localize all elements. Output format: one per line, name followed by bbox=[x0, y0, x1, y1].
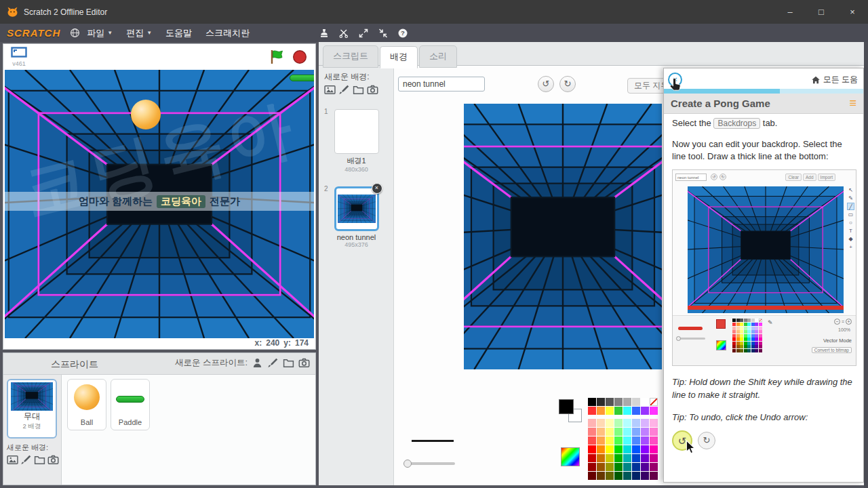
camera-sprite-icon[interactable] bbox=[298, 357, 310, 369]
palette-color[interactable] bbox=[632, 445, 640, 453]
palette-color[interactable] bbox=[650, 428, 658, 436]
palette-color[interactable] bbox=[597, 419, 605, 427]
stop-button[interactable] bbox=[292, 49, 307, 64]
palette-color[interactable] bbox=[623, 454, 631, 462]
minimize-button[interactable]: – bbox=[774, 0, 806, 24]
foreground-color-swatch[interactable] bbox=[559, 399, 574, 414]
paint-backdrop-icon[interactable] bbox=[338, 84, 350, 96]
palette-color[interactable] bbox=[588, 463, 596, 471]
upload-backdrop-icon[interactable] bbox=[353, 84, 364, 96]
palette-color[interactable] bbox=[650, 445, 658, 453]
menu-help[interactable]: 도움말 bbox=[159, 24, 199, 42]
backdrop-thumbnail[interactable]: × bbox=[334, 186, 379, 231]
palette-color[interactable] bbox=[623, 407, 631, 415]
paddle-sprite[interactable] bbox=[290, 75, 314, 81]
ball-sprite[interactable] bbox=[131, 100, 161, 129]
palette-color[interactable] bbox=[597, 454, 605, 462]
delete-backdrop-badge[interactable]: × bbox=[372, 183, 382, 194]
palette-color[interactable] bbox=[606, 445, 614, 453]
palette-color[interactable] bbox=[606, 472, 614, 480]
palette-color[interactable] bbox=[588, 428, 596, 436]
palette-color[interactable] bbox=[597, 463, 605, 471]
redo-button[interactable]: ↻ bbox=[559, 76, 576, 92]
palette-color[interactable] bbox=[606, 463, 614, 471]
palette-color[interactable] bbox=[588, 436, 596, 445]
palette-color[interactable] bbox=[606, 419, 614, 427]
camera-backdrop-icon[interactable] bbox=[367, 84, 378, 96]
palette-color[interactable] bbox=[597, 428, 605, 436]
palette-color[interactable] bbox=[606, 436, 614, 445]
palette-color[interactable] bbox=[632, 419, 640, 427]
palette-color[interactable] bbox=[597, 407, 605, 415]
tips-menu-icon[interactable]: ≡ bbox=[849, 96, 856, 110]
paint-backdrop-icon[interactable] bbox=[20, 454, 32, 466]
palette-color[interactable] bbox=[632, 472, 640, 480]
menu-file[interactable]: 파일▼ bbox=[80, 24, 119, 42]
palette-color[interactable] bbox=[588, 445, 596, 453]
new-sprite-library-icon[interactable] bbox=[252, 357, 263, 369]
palette-color[interactable] bbox=[650, 463, 658, 471]
palette-color[interactable] bbox=[641, 436, 649, 445]
palette-color[interactable] bbox=[632, 436, 640, 445]
transparent-swatch[interactable] bbox=[650, 398, 658, 406]
line-width-slider[interactable] bbox=[405, 462, 455, 465]
paint-canvas[interactable] bbox=[464, 104, 662, 369]
backdrop-item[interactable]: 1 배경1 480x360 bbox=[319, 109, 394, 173]
palette-color[interactable] bbox=[623, 445, 631, 453]
palette-color[interactable] bbox=[623, 436, 631, 445]
palette-color[interactable] bbox=[614, 454, 623, 462]
palette-color[interactable] bbox=[588, 454, 596, 462]
palette-color[interactable] bbox=[597, 398, 605, 406]
palette-color[interactable] bbox=[614, 472, 623, 480]
palette-color[interactable] bbox=[614, 407, 623, 415]
block-help-icon[interactable] bbox=[396, 26, 410, 40]
upload-backdrop-icon[interactable] bbox=[34, 454, 45, 466]
tab-scripts[interactable]: 스크립트 bbox=[323, 45, 378, 68]
palette-color[interactable] bbox=[588, 419, 596, 427]
palette-color[interactable] bbox=[632, 428, 640, 436]
palette-color[interactable] bbox=[623, 419, 631, 427]
delete-icon[interactable] bbox=[337, 26, 351, 40]
palette-color[interactable] bbox=[650, 436, 658, 445]
backdrop-library-icon[interactable] bbox=[324, 84, 336, 96]
backdrop-library-icon[interactable] bbox=[7, 454, 18, 466]
palette-color[interactable] bbox=[623, 472, 631, 480]
palette-color[interactable] bbox=[597, 445, 605, 453]
maximize-button[interactable]: □ bbox=[806, 0, 837, 24]
palette-color[interactable] bbox=[632, 407, 640, 415]
palette-color[interactable] bbox=[614, 463, 623, 471]
palette-color[interactable] bbox=[614, 419, 623, 427]
palette-color[interactable] bbox=[588, 472, 596, 480]
palette-color[interactable] bbox=[597, 472, 605, 480]
sprite-thumbnail-ball[interactable]: Ball bbox=[67, 379, 106, 430]
shrink-icon[interactable] bbox=[376, 26, 390, 40]
tab-backdrops[interactable]: 배경 bbox=[380, 46, 418, 68]
duplicate-icon[interactable] bbox=[317, 26, 331, 40]
screen-mode-toggle[interactable]: v461 bbox=[9, 47, 29, 67]
palette-color[interactable] bbox=[606, 428, 614, 436]
palette-color[interactable] bbox=[623, 428, 631, 436]
palette-color[interactable] bbox=[641, 428, 649, 436]
menu-about[interactable]: 스크래치란 bbox=[199, 24, 256, 42]
palette-color[interactable] bbox=[641, 472, 649, 480]
all-tips-link[interactable]: 모든 도움 bbox=[811, 74, 858, 85]
palette-color[interactable] bbox=[623, 463, 631, 471]
palette-color[interactable] bbox=[632, 454, 640, 462]
palette-color[interactable] bbox=[614, 445, 623, 453]
palette-color[interactable] bbox=[614, 398, 623, 406]
backdrop-item-selected[interactable]: 2 × neon tunnel 495x376 bbox=[319, 186, 394, 248]
palette-color[interactable] bbox=[641, 463, 649, 471]
language-globe-icon[interactable] bbox=[70, 28, 80, 38]
sprite-thumbnail-paddle[interactable]: Paddle bbox=[111, 379, 150, 430]
palette-color[interactable] bbox=[623, 398, 631, 406]
tab-sounds[interactable]: 소리 bbox=[419, 45, 457, 68]
paint-new-sprite-icon[interactable] bbox=[267, 357, 279, 369]
palette-color[interactable] bbox=[650, 407, 658, 415]
grow-icon[interactable] bbox=[357, 26, 370, 40]
palette-color[interactable] bbox=[632, 463, 640, 471]
palette-color[interactable] bbox=[650, 454, 658, 462]
green-flag-button[interactable] bbox=[269, 49, 285, 65]
palette-color[interactable] bbox=[588, 407, 596, 415]
stage-thumbnail[interactable]: 무대 2 배경 bbox=[7, 379, 57, 439]
palette-color[interactable] bbox=[650, 472, 658, 480]
